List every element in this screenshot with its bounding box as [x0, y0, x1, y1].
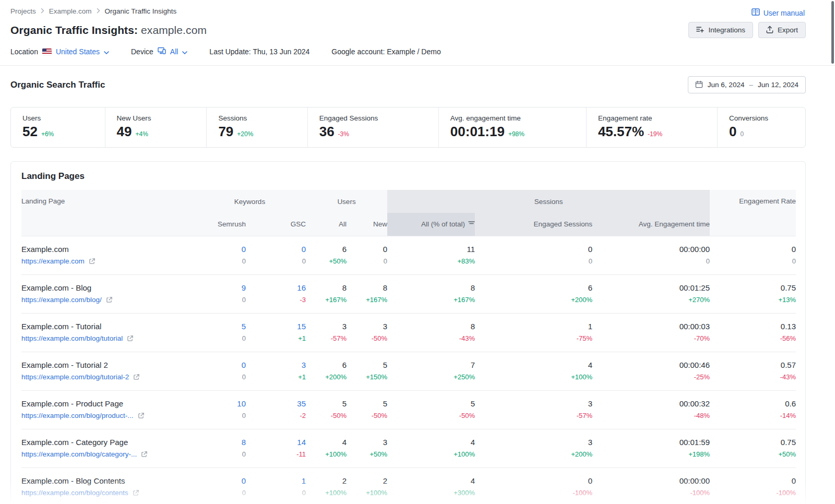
metric-cell: 00:00:32-48% [592, 390, 710, 429]
export-label: Export [778, 26, 798, 34]
table-row: Example.com - Tutorial https://example.c… [21, 313, 796, 352]
landing-page-url[interactable]: https://example.com/blog/tutorial-2 [21, 373, 129, 382]
metric-cell: 00:00:46-25% [592, 352, 710, 390]
manual-book-icon [752, 8, 760, 17]
cell-value[interactable]: 0 [194, 360, 246, 370]
cell-change: 0 [347, 257, 387, 266]
cell-change: -25% [592, 373, 710, 382]
col-group-sessions: Sessions [387, 190, 710, 213]
metric-card: Engagement rate 45.57% -19% [586, 107, 717, 147]
external-link-icon[interactable] [89, 258, 96, 265]
cell-value: 3 [347, 437, 387, 447]
external-link-icon[interactable] [133, 374, 140, 380]
col-users-all[interactable]: All [306, 213, 347, 236]
cell-change: 0 [194, 295, 246, 305]
cell-value[interactable]: 14 [246, 437, 306, 447]
cell-value[interactable]: 1 [246, 476, 306, 486]
cell-value[interactable]: 35 [246, 399, 306, 409]
breadcrumb-projects[interactable]: Projects [10, 7, 36, 15]
col-engaged-sessions[interactable]: Engaged Sessions [475, 213, 592, 236]
metric-change: 0 [740, 130, 744, 138]
metric-cell: 00 [246, 236, 306, 274]
external-link-icon[interactable] [106, 296, 113, 303]
metric-cell: 4+100% [387, 429, 475, 467]
location-filter[interactable]: Location United States [10, 47, 109, 56]
landing-page-url[interactable]: https://example.com/blog/tutorial [21, 334, 123, 343]
col-gsc[interactable]: GSC [246, 213, 306, 236]
cell-value[interactable]: 16 [246, 283, 306, 293]
cell-value: 0 [347, 244, 387, 254]
cell-value[interactable]: 15 [246, 321, 306, 331]
metric-cell: 8+167% [387, 274, 475, 313]
external-link-icon[interactable] [133, 489, 139, 496]
external-link-icon[interactable] [138, 412, 145, 419]
metric-label: Engaged Sessions [319, 114, 438, 122]
scrollbar-thumb[interactable] [831, 1, 834, 64]
cell-value[interactable]: 0 [246, 244, 306, 254]
metric-cell: 16-3 [246, 274, 306, 313]
cell-value: 8 [387, 321, 475, 331]
landing-page-url[interactable]: https://example.com/blog/ [21, 295, 102, 305]
location-value[interactable]: United States [56, 47, 100, 56]
metric-cell: 2+100% [306, 467, 347, 504]
cell-value[interactable]: 0 [194, 476, 246, 486]
external-link-icon[interactable] [127, 335, 134, 342]
device-filter[interactable]: Device All [131, 47, 187, 56]
col-engagement-rate[interactable]: Engagement Rate [710, 190, 796, 236]
date-range-picker[interactable]: Jun 6, 2024 – Jun 12, 2024 [688, 76, 806, 93]
metric-value: 0 [729, 124, 736, 140]
cell-value[interactable]: 9 [194, 283, 246, 293]
cell-change: +1 [246, 373, 306, 382]
cell-change: +198% [592, 450, 710, 459]
integrations-button[interactable]: Integrations [688, 22, 753, 38]
metric-cell: 3-50% [347, 313, 387, 352]
cell-value: 8 [347, 283, 387, 293]
cell-value[interactable]: 8 [194, 437, 246, 447]
col-users-new[interactable]: New [347, 213, 387, 236]
cell-change: -100% [475, 488, 592, 498]
landing-page-cell: Example.com - Product Page https://examp… [21, 390, 194, 429]
metric-cell: 15+1 [246, 313, 306, 352]
metric-cell: 10 [246, 467, 306, 504]
user-manual-link[interactable]: User manual [752, 8, 805, 17]
cell-value: 5 [387, 399, 475, 409]
metric-cell: 3-57% [475, 390, 592, 429]
metric-cell: 5+150% [347, 352, 387, 390]
cell-value[interactable]: 5 [194, 321, 246, 331]
col-semrush[interactable]: Semrush [194, 213, 246, 236]
landing-page-url[interactable]: https://example.com/blog/contents [21, 488, 128, 498]
metric-cell: 6+200% [306, 352, 347, 390]
landing-page-name: Example.com - Category Page [21, 437, 194, 447]
landing-page-name: Example.com - Tutorial [21, 321, 194, 331]
breadcrumb-project-domain[interactable]: Example.com [49, 7, 92, 15]
cell-value[interactable]: 3 [246, 360, 306, 370]
cell-value: 3 [475, 437, 592, 447]
col-avg-engagement-time[interactable]: Avg. Engagement time [592, 213, 710, 236]
cell-value: 00:00:00 [592, 476, 710, 486]
cell-change: 0 [194, 334, 246, 343]
cell-value: 00:00:03 [592, 321, 710, 331]
col-sessions-all[interactable]: All (% of total) [387, 213, 475, 236]
cell-value: 8 [387, 283, 475, 293]
metric-cell: 00 [194, 236, 246, 274]
device-value[interactable]: All [170, 47, 178, 56]
landing-page-url[interactable]: https://example.com [21, 257, 85, 266]
metric-label: New Users [117, 114, 207, 122]
metric-card: Engaged Sessions 36 -3% [307, 107, 438, 147]
export-button[interactable]: Export [758, 22, 806, 38]
metric-cell: 0.57-43% [710, 352, 796, 390]
cell-change: +13% [710, 295, 796, 305]
landing-page-url[interactable]: https://example.com/blog/category-... [21, 450, 137, 459]
metric-card: Sessions 79 +20% [206, 107, 307, 147]
cell-value[interactable]: 0 [194, 244, 246, 254]
landing-page-url[interactable]: https://example.com/blog/product-... [21, 411, 134, 421]
us-flag-icon [42, 49, 52, 55]
metric-card: Users 52 +6% [11, 107, 105, 147]
cell-change: -14% [710, 411, 796, 421]
col-landing-page[interactable]: Landing Page [21, 190, 194, 236]
cell-value[interactable]: 10 [194, 399, 246, 409]
google-account: Google account: Example / Demo [331, 47, 440, 56]
metric-change: +20% [237, 130, 253, 138]
metric-cell: 3+200% [475, 429, 592, 467]
external-link-icon[interactable] [141, 451, 148, 458]
